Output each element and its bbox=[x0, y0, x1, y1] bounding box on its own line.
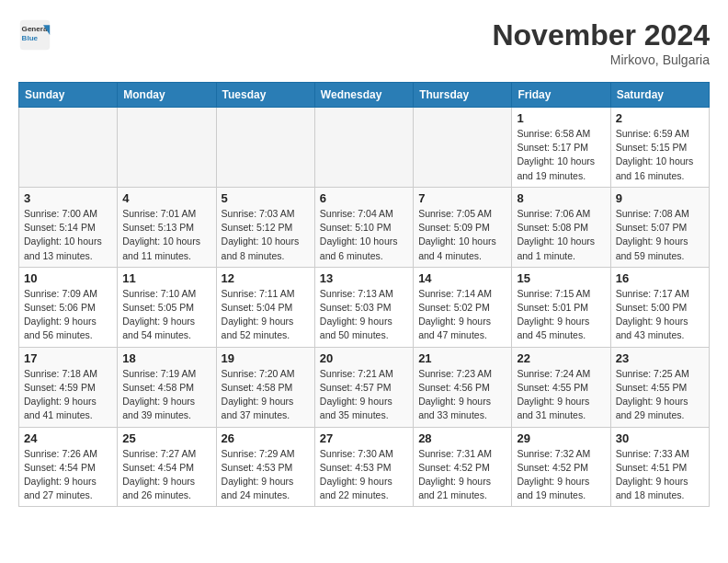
day-info: Sunrise: 7:03 AM Sunset: 5:12 PM Dayligh… bbox=[222, 207, 310, 263]
day-number: 11 bbox=[122, 271, 210, 285]
calendar-day-cell bbox=[314, 108, 413, 188]
day-info: Sunrise: 7:17 AM Sunset: 5:00 PM Dayligh… bbox=[616, 287, 704, 343]
weekday-header: Monday bbox=[118, 83, 216, 108]
weekday-header: Friday bbox=[512, 83, 610, 108]
day-number: 30 bbox=[616, 431, 704, 445]
title-block: November 2024 Mirkovo, Bulgaria bbox=[492, 18, 710, 67]
day-number: 5 bbox=[222, 191, 310, 205]
day-number: 8 bbox=[517, 191, 605, 205]
month-title: November 2024 bbox=[492, 18, 710, 52]
day-number: 23 bbox=[616, 351, 704, 365]
day-number: 28 bbox=[418, 431, 506, 445]
calendar-day-cell: 12Sunrise: 7:11 AM Sunset: 5:04 PM Dayli… bbox=[216, 267, 314, 347]
day-info: Sunrise: 7:06 AM Sunset: 5:08 PM Dayligh… bbox=[517, 207, 605, 263]
day-info: Sunrise: 7:08 AM Sunset: 5:07 PM Dayligh… bbox=[616, 207, 704, 263]
calendar-day-cell: 14Sunrise: 7:14 AM Sunset: 5:02 PM Dayli… bbox=[414, 267, 512, 347]
calendar-day-cell: 11Sunrise: 7:10 AM Sunset: 5:05 PM Dayli… bbox=[118, 267, 216, 347]
day-info: Sunrise: 7:30 AM Sunset: 4:53 PM Dayligh… bbox=[320, 447, 408, 503]
day-number: 14 bbox=[418, 271, 506, 285]
weekday-header: Sunday bbox=[19, 83, 118, 108]
calendar-day-cell: 6Sunrise: 7:04 AM Sunset: 5:10 PM Daylig… bbox=[314, 187, 413, 267]
day-info: Sunrise: 7:26 AM Sunset: 4:54 PM Dayligh… bbox=[24, 447, 112, 503]
calendar-week-row: 3Sunrise: 7:00 AM Sunset: 5:14 PM Daylig… bbox=[19, 187, 710, 267]
day-info: Sunrise: 7:33 AM Sunset: 4:51 PM Dayligh… bbox=[616, 447, 704, 503]
calendar-day-cell bbox=[19, 108, 118, 188]
day-info: Sunrise: 7:27 AM Sunset: 4:54 PM Dayligh… bbox=[122, 447, 210, 503]
calendar-day-cell: 13Sunrise: 7:13 AM Sunset: 5:03 PM Dayli… bbox=[314, 267, 413, 347]
calendar-table: SundayMondayTuesdayWednesdayThursdayFrid… bbox=[18, 82, 710, 507]
weekday-header: Wednesday bbox=[314, 83, 413, 108]
day-info: Sunrise: 7:23 AM Sunset: 4:56 PM Dayligh… bbox=[418, 367, 506, 423]
calendar-day-cell: 21Sunrise: 7:23 AM Sunset: 4:56 PM Dayli… bbox=[414, 347, 512, 427]
day-info: Sunrise: 7:15 AM Sunset: 5:01 PM Dayligh… bbox=[517, 287, 605, 343]
calendar-week-row: 10Sunrise: 7:09 AM Sunset: 5:06 PM Dayli… bbox=[19, 267, 710, 347]
day-info: Sunrise: 7:10 AM Sunset: 5:05 PM Dayligh… bbox=[122, 287, 210, 343]
logo: General Blue bbox=[18, 18, 51, 52]
day-number: 10 bbox=[24, 271, 112, 285]
weekday-header: Thursday bbox=[414, 83, 512, 108]
calendar-day-cell: 9Sunrise: 7:08 AM Sunset: 5:07 PM Daylig… bbox=[610, 187, 709, 267]
day-number: 2 bbox=[616, 111, 704, 125]
day-number: 6 bbox=[320, 191, 408, 205]
calendar-day-cell: 2Sunrise: 6:59 AM Sunset: 5:15 PM Daylig… bbox=[610, 108, 709, 188]
day-info: Sunrise: 7:18 AM Sunset: 4:59 PM Dayligh… bbox=[24, 367, 112, 423]
day-info: Sunrise: 6:58 AM Sunset: 5:17 PM Dayligh… bbox=[517, 127, 605, 183]
day-info: Sunrise: 7:09 AM Sunset: 5:06 PM Dayligh… bbox=[24, 287, 112, 343]
day-number: 22 bbox=[517, 351, 605, 365]
day-info: Sunrise: 6:59 AM Sunset: 5:15 PM Dayligh… bbox=[616, 127, 704, 183]
day-info: Sunrise: 7:19 AM Sunset: 4:58 PM Dayligh… bbox=[122, 367, 210, 423]
calendar-day-cell: 7Sunrise: 7:05 AM Sunset: 5:09 PM Daylig… bbox=[414, 187, 512, 267]
calendar-day-cell: 17Sunrise: 7:18 AM Sunset: 4:59 PM Dayli… bbox=[19, 347, 118, 427]
calendar-day-cell: 19Sunrise: 7:20 AM Sunset: 4:58 PM Dayli… bbox=[216, 347, 314, 427]
day-number: 3 bbox=[24, 191, 112, 205]
page-header: General Blue November 2024 Mirkovo, Bulg… bbox=[18, 18, 710, 67]
calendar-day-cell: 28Sunrise: 7:31 AM Sunset: 4:52 PM Dayli… bbox=[414, 427, 512, 507]
day-info: Sunrise: 7:29 AM Sunset: 4:53 PM Dayligh… bbox=[222, 447, 310, 503]
day-number: 4 bbox=[122, 191, 210, 205]
calendar-day-cell: 16Sunrise: 7:17 AM Sunset: 5:00 PM Dayli… bbox=[610, 267, 709, 347]
calendar-day-cell bbox=[118, 108, 216, 188]
day-info: Sunrise: 7:11 AM Sunset: 5:04 PM Dayligh… bbox=[222, 287, 310, 343]
day-info: Sunrise: 7:21 AM Sunset: 4:57 PM Dayligh… bbox=[320, 367, 408, 423]
logo-icon: General Blue bbox=[18, 18, 51, 52]
calendar-day-cell: 18Sunrise: 7:19 AM Sunset: 4:58 PM Dayli… bbox=[118, 347, 216, 427]
calendar-day-cell: 26Sunrise: 7:29 AM Sunset: 4:53 PM Dayli… bbox=[216, 427, 314, 507]
calendar-week-row: 1Sunrise: 6:58 AM Sunset: 5:17 PM Daylig… bbox=[19, 108, 710, 188]
day-info: Sunrise: 7:20 AM Sunset: 4:58 PM Dayligh… bbox=[222, 367, 310, 423]
day-number: 12 bbox=[222, 271, 310, 285]
calendar-day-cell: 20Sunrise: 7:21 AM Sunset: 4:57 PM Dayli… bbox=[314, 347, 413, 427]
calendar-day-cell: 27Sunrise: 7:30 AM Sunset: 4:53 PM Dayli… bbox=[314, 427, 413, 507]
day-info: Sunrise: 7:00 AM Sunset: 5:14 PM Dayligh… bbox=[24, 207, 112, 263]
svg-text:Blue: Blue bbox=[22, 34, 39, 42]
day-number: 25 bbox=[122, 431, 210, 445]
calendar-week-row: 17Sunrise: 7:18 AM Sunset: 4:59 PM Dayli… bbox=[19, 347, 710, 427]
calendar-day-cell: 8Sunrise: 7:06 AM Sunset: 5:08 PM Daylig… bbox=[512, 187, 610, 267]
day-info: Sunrise: 7:14 AM Sunset: 5:02 PM Dayligh… bbox=[418, 287, 506, 343]
calendar-day-cell: 24Sunrise: 7:26 AM Sunset: 4:54 PM Dayli… bbox=[19, 427, 118, 507]
day-info: Sunrise: 7:04 AM Sunset: 5:10 PM Dayligh… bbox=[320, 207, 408, 263]
calendar-week-row: 24Sunrise: 7:26 AM Sunset: 4:54 PM Dayli… bbox=[19, 427, 710, 507]
day-info: Sunrise: 7:05 AM Sunset: 5:09 PM Dayligh… bbox=[418, 207, 506, 263]
day-info: Sunrise: 7:31 AM Sunset: 4:52 PM Dayligh… bbox=[418, 447, 506, 503]
day-number: 17 bbox=[24, 351, 112, 365]
calendar-day-cell: 23Sunrise: 7:25 AM Sunset: 4:55 PM Dayli… bbox=[610, 347, 709, 427]
day-number: 15 bbox=[517, 271, 605, 285]
calendar-day-cell: 30Sunrise: 7:33 AM Sunset: 4:51 PM Dayli… bbox=[610, 427, 709, 507]
day-number: 13 bbox=[320, 271, 408, 285]
day-number: 24 bbox=[24, 431, 112, 445]
day-number: 29 bbox=[517, 431, 605, 445]
calendar-day-cell: 29Sunrise: 7:32 AM Sunset: 4:52 PM Dayli… bbox=[512, 427, 610, 507]
day-info: Sunrise: 7:24 AM Sunset: 4:55 PM Dayligh… bbox=[517, 367, 605, 423]
day-number: 21 bbox=[418, 351, 506, 365]
calendar-day-cell bbox=[216, 108, 314, 188]
day-number: 7 bbox=[418, 191, 506, 205]
calendar-day-cell: 5Sunrise: 7:03 AM Sunset: 5:12 PM Daylig… bbox=[216, 187, 314, 267]
calendar-day-cell: 3Sunrise: 7:00 AM Sunset: 5:14 PM Daylig… bbox=[19, 187, 118, 267]
day-number: 1 bbox=[517, 111, 605, 125]
calendar-day-cell: 4Sunrise: 7:01 AM Sunset: 5:13 PM Daylig… bbox=[118, 187, 216, 267]
day-number: 26 bbox=[222, 431, 310, 445]
day-info: Sunrise: 7:25 AM Sunset: 4:55 PM Dayligh… bbox=[616, 367, 704, 423]
day-number: 20 bbox=[320, 351, 408, 365]
calendar-day-cell: 10Sunrise: 7:09 AM Sunset: 5:06 PM Dayli… bbox=[19, 267, 118, 347]
calendar-day-cell: 1Sunrise: 6:58 AM Sunset: 5:17 PM Daylig… bbox=[512, 108, 610, 188]
